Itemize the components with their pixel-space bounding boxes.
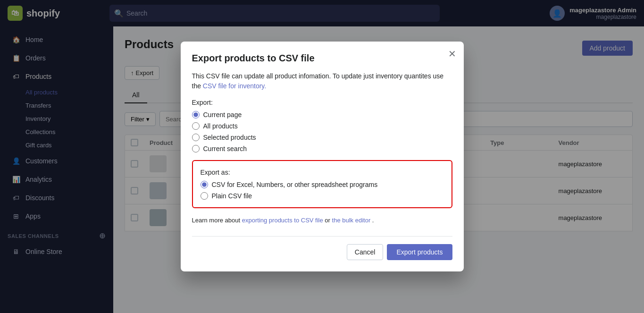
- modal-title: Export products to CSV file: [192, 53, 452, 64]
- export-csv-link[interactable]: exporting products to CSV file: [242, 217, 323, 224]
- export-radio-current-page[interactable]: [192, 111, 200, 118]
- modal-close-button[interactable]: ✕: [448, 49, 456, 59]
- csv-inventory-link[interactable]: CSV file for inventory.: [203, 82, 266, 90]
- export-as-radio-plain-csv[interactable]: [201, 192, 208, 200]
- export-radio-selected[interactable]: [192, 134, 200, 141]
- modal-footer-text: Learn more about exporting products to C…: [192, 216, 452, 225]
- export-option-label: Current page: [203, 111, 242, 118]
- export-modal: Export products to CSV file ✕ This CSV f…: [181, 42, 464, 272]
- export-option-all-products[interactable]: All products: [192, 122, 452, 130]
- export-option-current-page[interactable]: Current page: [192, 111, 452, 118]
- export-radio-all-products[interactable]: [192, 122, 200, 130]
- export-radio-current-search[interactable]: [192, 145, 200, 152]
- export-option-selected[interactable]: Selected products: [192, 134, 452, 141]
- export-as-label: Export as:: [201, 169, 444, 176]
- export-as-option-label: Plain CSV file: [212, 192, 252, 200]
- export-as-box: Export as: CSV for Excel, Numbers, or ot…: [192, 160, 452, 208]
- export-as-radio-csv-excel[interactable]: [201, 181, 208, 188]
- export-options: Current page All products Selected produ…: [192, 111, 452, 152]
- export-option-label: Selected products: [203, 134, 256, 141]
- export-section-label: Export:: [192, 99, 452, 106]
- export-option-label: Current search: [203, 145, 247, 152]
- bulk-editor-link[interactable]: the bulk editor: [332, 217, 371, 224]
- modal-description: This CSV file can update all product inf…: [192, 71, 452, 91]
- cancel-button[interactable]: Cancel: [347, 244, 384, 260]
- export-products-button[interactable]: Export products: [387, 244, 452, 260]
- modal-overlay[interactable]: Export products to CSV file ✕ This CSV f…: [0, 0, 644, 313]
- modal-actions: Cancel Export products: [192, 236, 452, 260]
- export-option-current-search[interactable]: Current search: [192, 145, 452, 152]
- export-as-csv-excel[interactable]: CSV for Excel, Numbers, or other spreads…: [201, 181, 444, 188]
- export-as-option-label: CSV for Excel, Numbers, or other spreads…: [212, 181, 378, 188]
- export-as-options: CSV for Excel, Numbers, or other spreads…: [201, 181, 444, 200]
- export-option-label: All products: [203, 122, 238, 130]
- export-as-plain-csv[interactable]: Plain CSV file: [201, 192, 444, 200]
